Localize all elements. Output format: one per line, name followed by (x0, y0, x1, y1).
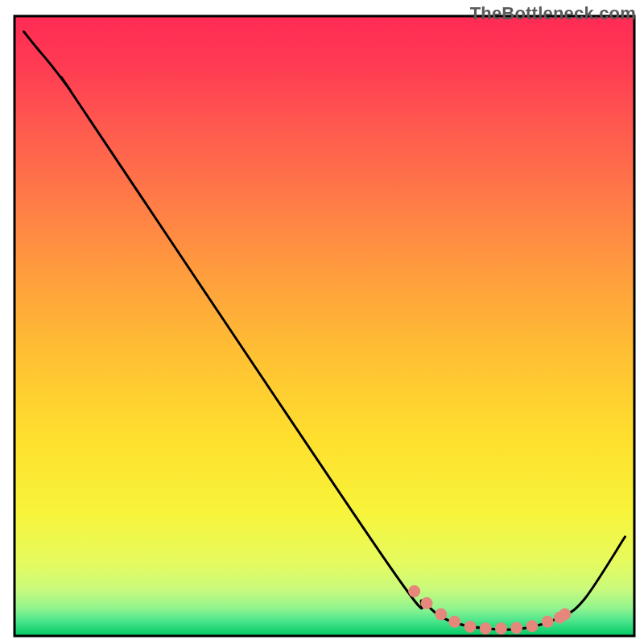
gradient-background (14, 16, 634, 636)
bottleneck-chart: TheBottleneck.com (0, 0, 644, 644)
marker-dot (542, 616, 554, 628)
marker-dot (464, 621, 476, 633)
marker-dot (510, 621, 522, 634)
marker-dot (480, 622, 492, 634)
marker-dot (421, 597, 433, 609)
marker-dot (526, 620, 538, 632)
chart-svg (0, 0, 644, 644)
marker-dot (408, 585, 420, 597)
marker-dot (448, 616, 460, 628)
marker-dot (559, 609, 571, 621)
marker-dot (435, 609, 447, 621)
marker-dot (495, 622, 507, 634)
plot-area (14, 16, 634, 636)
watermark-text: TheBottleneck.com (470, 3, 636, 24)
